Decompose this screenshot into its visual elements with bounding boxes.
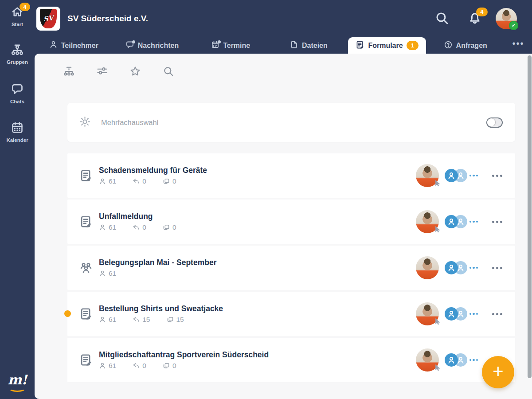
search-button[interactable]	[434, 11, 450, 26]
responses-stat: 15	[133, 316, 150, 324]
responses-stat: 0	[133, 223, 146, 231]
participants-avatars[interactable]	[416, 210, 478, 233]
toolbar	[35, 54, 532, 78]
avatar	[416, 210, 439, 233]
form-title: Bestellung Shirts und Sweatjacke	[99, 304, 416, 314]
form-edit-icon	[79, 307, 93, 321]
top-header: SV SV Süderscheid e.V. 4 ✓	[35, 0, 532, 37]
unread-dot	[132, 40, 135, 43]
tab-dateien[interactable]: Dateien	[270, 37, 348, 54]
page-title: SV Süderscheid e.V.	[67, 14, 148, 23]
tab-teilnehmer[interactable]: Teilnehmer	[35, 37, 113, 54]
form-card[interactable]: Bestellung Shirts und Sweatjacke 61 15 1…	[67, 292, 515, 336]
file-icon	[290, 40, 298, 51]
member-avatar-icon	[445, 307, 458, 321]
avatar-overflow-dots	[469, 221, 478, 223]
form-stats: 61	[99, 270, 416, 278]
tab-label: Dateien	[302, 42, 328, 50]
participants-avatars[interactable]	[416, 256, 478, 279]
notifications-badge: 4	[476, 8, 488, 16]
participants-stat: 61	[99, 177, 116, 185]
sidebar-item-label: Gruppen	[7, 59, 28, 65]
start-badge: 4	[20, 3, 30, 11]
sidebar-item-kalender[interactable]: Kalender	[0, 122, 35, 143]
form-title: Schadensmeldung für Geräte	[99, 166, 416, 176]
scrollbar[interactable]	[528, 55, 532, 378]
participants-stat: 61	[99, 270, 116, 278]
tab-label: Anfragen	[456, 42, 487, 50]
form-stats: 61 0 0	[99, 362, 416, 370]
form-edit-icon	[79, 168, 93, 183]
tab-anfragen[interactable]: Anfragen	[426, 37, 505, 54]
notifications-button[interactable]: 4	[467, 11, 482, 26]
tree-view-button[interactable]	[63, 66, 75, 78]
multiselect-toggle[interactable]	[486, 117, 503, 128]
cursor-arrow-icon	[434, 318, 442, 327]
form-card[interactable]: Unfallmeldung 61 0 0	[67, 200, 515, 244]
sidebar-item-label: Kalender	[6, 137, 28, 143]
filter-button[interactable]	[96, 66, 108, 78]
participants-avatars[interactable]	[416, 348, 478, 372]
form-card[interactable]: Mitgliedschaftantrag Sportverein Südersc…	[67, 338, 515, 382]
sidebar-item-label: Chats	[10, 99, 24, 104]
toggle-knob	[487, 118, 495, 126]
avatar	[416, 256, 439, 279]
participants-stat: 61	[99, 362, 116, 370]
row-menu-button[interactable]	[490, 170, 504, 181]
tabs-more-button[interactable]: •••	[505, 37, 532, 54]
participants-avatars[interactable]	[416, 302, 478, 325]
sidebar-item-start[interactable]: 4 Start	[0, 6, 35, 27]
row-menu-button[interactable]	[490, 309, 504, 320]
tab-label: Formulare	[368, 42, 403, 50]
question-icon	[444, 40, 453, 51]
add-form-button[interactable]: +	[482, 356, 514, 388]
participants-stat: 61	[99, 223, 116, 231]
form-card[interactable]: Schadensmeldung für Geräte 61 0 0	[67, 153, 515, 198]
avatar-overflow-dots	[469, 359, 478, 361]
app-logo: m!	[8, 373, 27, 392]
participants-avatars[interactable]	[416, 164, 478, 187]
submissions-stat: 15	[167, 316, 184, 324]
form-title: Belegungsplan Mai - September	[99, 258, 416, 268]
row-menu-button[interactable]	[490, 216, 504, 227]
filter-sliders-icon	[96, 65, 108, 78]
tab-nachrichten[interactable]: Nachrichten	[113, 37, 192, 54]
tab-badge: 1	[407, 41, 419, 50]
user-avatar[interactable]: ✓	[496, 8, 517, 29]
person-icon	[49, 40, 58, 51]
club-logo[interactable]: SV	[36, 7, 60, 31]
participants-stat: 61	[99, 316, 116, 324]
status-badge-icon: ✓	[509, 21, 518, 30]
list-search-button[interactable]	[162, 66, 175, 78]
tab-termine[interactable]: Termine	[191, 37, 270, 54]
member-avatar-icon	[445, 261, 458, 274]
club-crest-initials: SV	[43, 14, 54, 23]
avatar-overflow-dots	[469, 175, 478, 177]
form-card[interactable]: Belegungsplan Mai - September 61	[67, 246, 515, 290]
gear-icon	[79, 116, 91, 129]
tab-formulare[interactable]: Formulare 1	[348, 37, 426, 54]
form-title: Mitgliedschaftantrag Sportverein Südersc…	[99, 350, 416, 360]
search-icon	[435, 11, 449, 27]
favorites-button[interactable]	[129, 66, 141, 78]
member-avatar-icon	[445, 169, 458, 182]
form-stats: 61 15 15	[99, 316, 416, 324]
main-content: Mehrfachauswahl Schadensmeldung für Gerä…	[35, 54, 532, 399]
avatar	[416, 348, 439, 372]
unread-dot	[218, 40, 221, 43]
unread-indicator	[64, 310, 71, 317]
sidebar: 4 Start Gruppen Chats Kalender m!	[0, 0, 35, 399]
avatar-overflow-dots	[469, 267, 478, 269]
multiselect-card: Mehrfachauswahl	[67, 103, 515, 142]
sidebar-item-gruppen[interactable]: Gruppen	[0, 44, 35, 65]
sidebar-item-chats[interactable]: Chats	[0, 83, 35, 104]
avatar-overflow-dots	[469, 313, 478, 315]
form-edit-icon	[79, 215, 93, 229]
form-icon	[356, 40, 364, 51]
member-avatar-icon	[445, 215, 458, 228]
tree-view-icon	[63, 65, 75, 78]
tab-label: Termine	[223, 42, 250, 50]
cursor-arrow-icon	[434, 180, 442, 189]
row-menu-button[interactable]	[490, 262, 504, 274]
form-edit-icon	[79, 353, 93, 367]
